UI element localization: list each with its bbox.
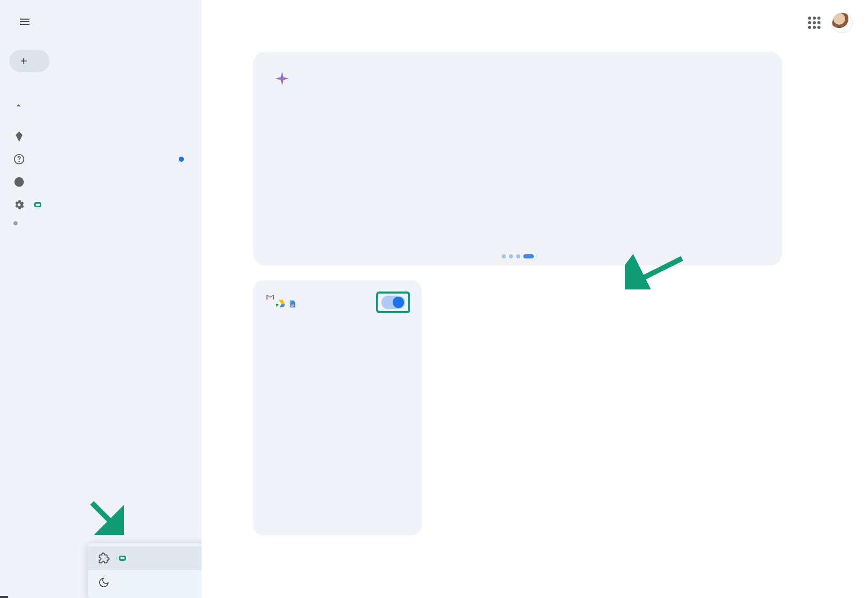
history-icon <box>13 176 25 188</box>
popup-extensions-label <box>119 556 126 561</box>
hero-card <box>253 52 782 266</box>
drive-icon <box>275 298 286 309</box>
settings-item[interactable] <box>7 193 194 216</box>
chevron-up-icon <box>13 100 24 111</box>
extension-toggle[interactable] <box>381 296 405 309</box>
avatar[interactable] <box>832 12 853 33</box>
help-item[interactable] <box>7 148 194 171</box>
extension-icon <box>98 553 110 564</box>
location-dot-icon <box>13 221 18 225</box>
status-bar-url <box>0 596 8 598</box>
diamond-icon <box>13 131 25 142</box>
gmail-icon <box>265 292 276 303</box>
show-less-toggle[interactable] <box>7 95 194 116</box>
docs-icon <box>288 299 297 309</box>
settings-label <box>34 202 41 207</box>
extension-card-google-workspace[interactable] <box>253 280 422 535</box>
plus-icon <box>19 56 29 66</box>
notification-dot-icon <box>179 157 184 162</box>
extension-toggle-highlight <box>376 292 410 313</box>
main-area <box>202 0 868 598</box>
menu-icon <box>19 16 31 28</box>
activity-item[interactable] <box>7 171 194 193</box>
menu-button[interactable] <box>12 9 37 34</box>
location-row <box>7 216 194 226</box>
sparkle-icon <box>274 70 290 87</box>
gear-icon <box>13 199 25 210</box>
sidebar <box>0 0 202 598</box>
carousel-dots[interactable] <box>502 254 534 258</box>
recent-label <box>7 89 194 95</box>
new-chat-button[interactable] <box>9 50 50 72</box>
svg-point-0 <box>19 161 20 162</box>
workspace-icons <box>265 292 297 309</box>
gem-manager-item[interactable] <box>7 125 194 148</box>
help-icon <box>13 154 25 165</box>
moon-icon <box>98 577 110 588</box>
main-header <box>202 0 868 36</box>
apps-grid-icon[interactable] <box>808 17 820 29</box>
